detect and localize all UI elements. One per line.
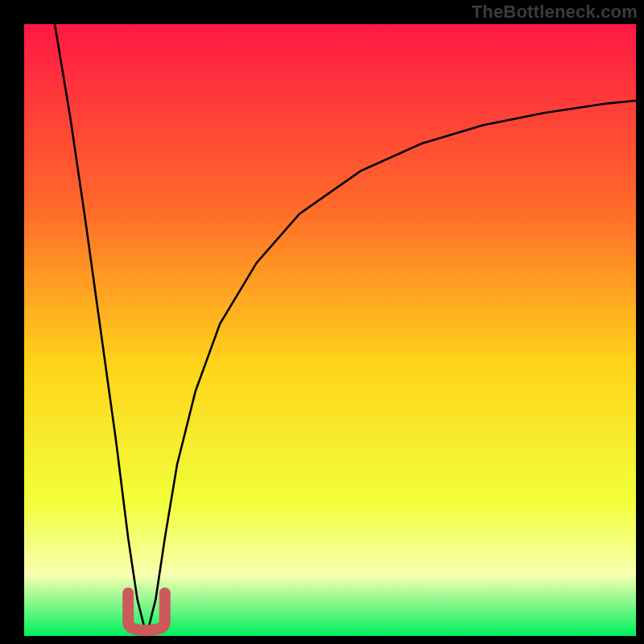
chart-stage: { "watermark": "TheBottleneck.com", "col… [0,0,644,644]
watermark-text: TheBottleneck.com [472,2,638,23]
chart-svg [0,0,644,644]
plot-area [24,24,636,636]
